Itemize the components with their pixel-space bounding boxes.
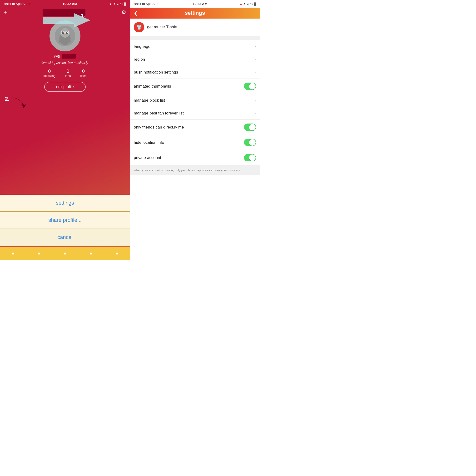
- back-to-store-right[interactable]: Back to App Store: [134, 2, 160, 6]
- footer-note: when your account is private, only peopl…: [130, 165, 260, 175]
- gear-icon[interactable]: ⚙: [121, 9, 126, 16]
- directly-me-row: only friends can direct.ly me: [130, 120, 260, 135]
- svg-point-7: [62, 32, 64, 34]
- step2-arrow-svg: [5, 95, 52, 112]
- language-row[interactable]: language ›: [130, 40, 260, 53]
- right-status-right: ▲ ✦ 73% ▓: [240, 2, 256, 6]
- hide-location-label: hide location info: [134, 140, 164, 145]
- svg-point-8: [66, 32, 68, 34]
- likes-label: likes: [81, 74, 87, 78]
- back-button[interactable]: ❮: [134, 10, 138, 16]
- likes-stat[interactable]: 0 likes: [81, 68, 87, 78]
- top-bar-left: +: [4, 9, 7, 16]
- block-list-row[interactable]: manage block list ›: [130, 94, 260, 107]
- directly-me-label: only friends can direct.ly me: [134, 125, 184, 130]
- username-bar: [43, 9, 85, 16]
- animated-label: animated thumbnails: [134, 84, 171, 89]
- tab-bar: ● ● ● ● ●: [0, 247, 130, 260]
- share-profile-label: share profile...: [48, 217, 81, 223]
- username-display: @ti: [54, 54, 76, 59]
- location-icon: ▲: [109, 2, 112, 6]
- private-account-toggle-knob: [249, 154, 255, 161]
- tab-home-icon[interactable]: ●: [12, 251, 15, 256]
- bottom-menu: settings share profile... cancel: [0, 195, 130, 246]
- push-label: push notification settings: [134, 70, 178, 75]
- settings-header: ❮ settings: [130, 8, 260, 18]
- left-status-right: ▲ ✦ 73% ▓: [109, 2, 126, 6]
- bluetooth-icon: ✦: [113, 2, 116, 6]
- back-to-store-left[interactable]: Back to App Store: [4, 2, 31, 6]
- settings-list: 👕 get muser T-shirt language › region › …: [130, 18, 260, 260]
- following-label: following: [43, 74, 55, 78]
- private-account-label: private account: [134, 155, 161, 160]
- right-status-left: Back to App Store: [134, 2, 160, 6]
- best-fan-arrow-icon: ›: [255, 111, 256, 116]
- private-account-row: private account: [130, 150, 260, 165]
- left-status-left: Back to App Store: [4, 2, 31, 6]
- fans-stat[interactable]: 0 fans: [65, 68, 71, 78]
- avatar: [50, 20, 81, 51]
- best-fan-row[interactable]: manage best fan forever list ›: [130, 107, 260, 120]
- svg-point-9: [63, 32, 64, 33]
- fans-label: fans: [65, 74, 71, 78]
- private-account-toggle[interactable]: [244, 154, 256, 161]
- hide-location-toggle-knob: [249, 139, 255, 146]
- best-fan-label: manage best fan forever list: [134, 111, 184, 116]
- push-arrow-icon: ›: [255, 70, 256, 75]
- tab-activity-icon[interactable]: ●: [89, 251, 92, 256]
- share-profile-menu-item[interactable]: share profile...: [0, 212, 130, 229]
- block-list-arrow-icon: ›: [255, 98, 256, 103]
- tab-profile-icon[interactable]: ●: [116, 251, 118, 256]
- hide-location-row: hide location info: [130, 135, 260, 150]
- right-panel: Back to App Store 10:33 AM ▲ ✦ 73% ▓ ❮ s…: [130, 0, 260, 260]
- username-text: @ti: [54, 54, 60, 59]
- animated-thumbnails-row: animated thumbnails: [130, 79, 260, 94]
- owl-icon: [54, 25, 76, 47]
- battery-left: 73%: [117, 2, 123, 6]
- animated-toggle-knob: [249, 83, 255, 89]
- section-separator-1: [130, 36, 260, 40]
- tshirt-icon: 👕: [136, 24, 142, 30]
- settings-menu-item[interactable]: settings: [0, 195, 130, 212]
- right-battery-icon: ▓: [254, 2, 256, 6]
- left-time: 10:32 AM: [63, 2, 77, 6]
- tab-search-icon[interactable]: ●: [38, 251, 40, 256]
- hide-location-toggle[interactable]: [244, 139, 256, 146]
- language-label: language: [134, 44, 151, 49]
- right-bluetooth-icon: ✦: [243, 2, 246, 5]
- animated-toggle[interactable]: [244, 83, 256, 90]
- settings-menu-label: settings: [56, 200, 74, 206]
- left-panel: Back to App Store 10:32 AM ▲ ✦ 73% ▓ + ⚙…: [0, 0, 130, 260]
- username-redacted-bar: [62, 54, 76, 59]
- push-notification-row[interactable]: push notification settings ›: [130, 66, 260, 79]
- cancel-label: cancel: [57, 234, 73, 240]
- edit-profile-button[interactable]: edit profile: [44, 82, 86, 92]
- settings-title: settings: [141, 10, 249, 16]
- right-status-bar: Back to App Store 10:33 AM ▲ ✦ 73% ▓: [130, 0, 260, 8]
- fans-count: 0: [67, 68, 69, 74]
- battery-icon-left: ▓: [124, 2, 126, 6]
- directly-me-toggle-knob: [249, 124, 255, 130]
- profile-section: @ti "live with passion, live musical.ly"…: [0, 18, 130, 96]
- stats-row: 0 following 0 fans 0 likes: [43, 68, 86, 78]
- right-battery: 73%: [247, 2, 253, 6]
- step2-arrow-container: [5, 100, 130, 107]
- directly-me-toggle[interactable]: [244, 123, 256, 131]
- tshirt-label: get muser T-shirt: [147, 25, 177, 30]
- tab-record-icon[interactable]: ●: [64, 251, 67, 256]
- tshirt-icon-circle: 👕: [134, 22, 144, 32]
- svg-point-10: [67, 32, 68, 33]
- tshirt-item[interactable]: 👕 get muser T-shirt: [130, 18, 260, 36]
- region-label: region: [134, 57, 145, 62]
- left-status-bar: Back to App Store 10:32 AM ▲ ✦ 73% ▓: [0, 0, 130, 8]
- cancel-area[interactable]: cancel: [0, 229, 130, 246]
- add-friend-icon[interactable]: +: [4, 9, 7, 16]
- block-list-label: manage block list: [134, 98, 165, 103]
- region-row[interactable]: region ›: [130, 53, 260, 66]
- following-stat[interactable]: 0 following: [43, 68, 55, 78]
- right-time: 10:33 AM: [193, 2, 207, 6]
- language-arrow-icon: ›: [255, 44, 256, 49]
- following-count: 0: [48, 68, 51, 74]
- region-arrow-icon: ›: [255, 57, 256, 62]
- likes-count: 0: [82, 68, 85, 74]
